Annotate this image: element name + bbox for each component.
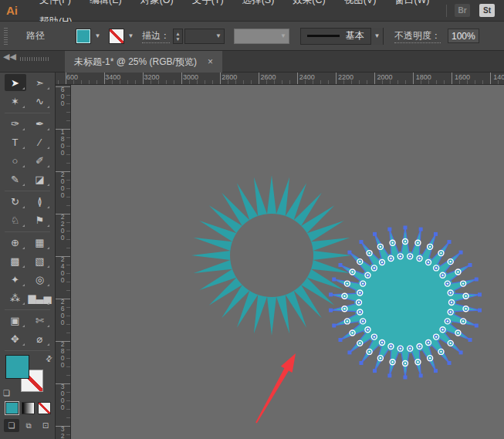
anchor-point-square[interactable] bbox=[404, 376, 408, 380]
corner-widget-dot[interactable] bbox=[400, 255, 401, 257]
combo-chevron-icon[interactable]: ▼ bbox=[215, 32, 222, 39]
symbol-sprayer-tool[interactable]: ⁂ bbox=[5, 289, 26, 306]
anchor-point-square[interactable] bbox=[387, 228, 391, 231]
zoom-tool[interactable]: ⌀ bbox=[29, 330, 51, 347]
column-graph-tool[interactable]: ▆▃▅ bbox=[29, 289, 51, 306]
corner-widget-dot[interactable] bbox=[457, 271, 458, 272]
width-tool[interactable]: ≬ bbox=[29, 193, 51, 210]
anchor-point-square[interactable] bbox=[478, 292, 482, 296]
corner-widget-dot[interactable] bbox=[351, 332, 353, 333]
anchor-point-square[interactable] bbox=[347, 350, 351, 354]
corner-widget-dot[interactable] bbox=[380, 246, 381, 248]
artboard-canvas[interactable] bbox=[71, 85, 504, 439]
anchor-point-square[interactable] bbox=[359, 361, 363, 365]
corner-widget-dot[interactable] bbox=[400, 347, 401, 349]
paintbrush-tool[interactable]: ✐ bbox=[29, 152, 51, 169]
stepper-down-icon[interactable]: ▼ bbox=[175, 36, 180, 42]
fill-indicator-swatch[interactable] bbox=[5, 355, 29, 379]
menu-item-4[interactable]: 选择(S) bbox=[233, 0, 284, 5]
corner-widget-dot[interactable] bbox=[447, 282, 448, 284]
lasso-tool[interactable]: ∿ bbox=[29, 93, 51, 110]
anchor-point-square[interactable] bbox=[459, 350, 463, 354]
anchor-point-square[interactable] bbox=[478, 309, 482, 312]
pencil-tool[interactable]: ✎ bbox=[5, 171, 26, 187]
corner-widget-dot[interactable] bbox=[462, 282, 464, 284]
pen-tool[interactable]: ✒ bbox=[29, 115, 51, 132]
corner-widget-dot[interactable] bbox=[450, 343, 452, 344]
corner-widget-dot[interactable] bbox=[390, 346, 391, 347]
corner-widget-dot[interactable] bbox=[447, 320, 448, 322]
corner-widget-dot[interactable] bbox=[368, 351, 370, 353]
direct-selection-tool[interactable]: ➣ bbox=[29, 74, 51, 91]
corner-widget-dot[interactable] bbox=[417, 242, 418, 244]
corner-widget-dot[interactable] bbox=[449, 292, 451, 293]
fill-chevron-icon[interactable]: ▼ bbox=[93, 29, 103, 44]
corner-widget-dot[interactable] bbox=[374, 267, 375, 268]
anchor-point-square[interactable] bbox=[338, 338, 342, 342]
corner-widget-dot[interactable] bbox=[359, 292, 360, 293]
document-tab[interactable]: 未标题-1* @ 25% (RGB/预览) × bbox=[65, 51, 222, 73]
brush-definition-combo[interactable]: 基本 ▼ bbox=[300, 28, 384, 45]
none-button[interactable] bbox=[38, 402, 51, 414]
corner-widget-dot[interactable] bbox=[457, 332, 458, 333]
corner-widget-dot[interactable] bbox=[367, 275, 368, 276]
tab-close-icon[interactable]: × bbox=[208, 56, 213, 67]
color-button[interactable] bbox=[5, 402, 19, 414]
rotate-tool[interactable]: ↻ bbox=[5, 193, 26, 210]
corner-widget-dot[interactable] bbox=[428, 342, 429, 343]
anchor-point-square[interactable] bbox=[329, 309, 333, 312]
default-fill-stroke-icon[interactable]: ❏ bbox=[3, 389, 10, 397]
selection-tool[interactable]: ➤ bbox=[5, 74, 26, 91]
swap-fill-stroke-icon[interactable]: ⇄ bbox=[43, 353, 54, 364]
stepper-up-icon[interactable]: ▲ bbox=[175, 31, 180, 36]
menu-item-3[interactable]: 文字(T) bbox=[183, 0, 233, 5]
stroke-chevron-icon[interactable]: ▼ bbox=[126, 29, 136, 44]
corner-widget-dot[interactable] bbox=[451, 302, 452, 303]
anchor-point-square[interactable] bbox=[359, 240, 363, 244]
corner-widget-dot[interactable] bbox=[428, 262, 429, 263]
stroke-weight-combo[interactable]: ▼ bbox=[184, 29, 225, 44]
corner-widget-dot[interactable] bbox=[381, 342, 383, 343]
type-tool[interactable]: T bbox=[5, 133, 26, 150]
ellipse-tool[interactable]: ○ bbox=[5, 152, 26, 169]
corner-widget-dot[interactable] bbox=[391, 242, 393, 244]
anchor-point-square[interactable] bbox=[448, 240, 452, 244]
anchor-point-square[interactable] bbox=[434, 369, 438, 373]
corner-widget-dot[interactable] bbox=[449, 311, 451, 312]
anchor-point-square[interactable] bbox=[373, 369, 377, 373]
corner-widget-dot[interactable] bbox=[429, 246, 431, 248]
drawing-mode-button-0[interactable]: ❏ bbox=[4, 419, 19, 432]
menu-item-1[interactable]: 编辑(E) bbox=[80, 0, 131, 5]
corner-widget-dot[interactable] bbox=[380, 357, 381, 359]
anchor-point-square[interactable] bbox=[468, 263, 472, 267]
stroke-weight-label[interactable]: 描边： bbox=[142, 29, 170, 43]
menu-item-0[interactable]: 文件(F) bbox=[30, 0, 80, 5]
bridge-button[interactable]: Br bbox=[455, 4, 470, 17]
free-transform-tool[interactable]: ⚑ bbox=[29, 211, 51, 228]
corner-widget-dot[interactable] bbox=[418, 346, 420, 347]
drawing-mode-button-1[interactable]: ⧉ bbox=[21, 419, 36, 432]
stock-button[interactable]: St bbox=[479, 4, 495, 17]
corner-widget-dot[interactable] bbox=[358, 302, 360, 303]
corner-widget-dot[interactable] bbox=[347, 320, 348, 322]
hand-tool[interactable]: ✥ bbox=[5, 330, 26, 347]
corner-widget-dot[interactable] bbox=[417, 361, 418, 363]
corner-widget-dot[interactable] bbox=[374, 336, 375, 337]
corner-widget-dot[interactable] bbox=[347, 282, 348, 284]
opacity-value-field[interactable]: 100% bbox=[448, 29, 479, 43]
corner-widget-dot[interactable] bbox=[435, 336, 437, 337]
corner-widget-dot[interactable] bbox=[440, 351, 441, 353]
corner-widget-dot[interactable] bbox=[441, 329, 443, 330]
anchor-point-square[interactable] bbox=[419, 373, 423, 377]
artboard-tool[interactable]: ▣ bbox=[5, 312, 26, 329]
line-segment-tool[interactable]: ∕ bbox=[29, 133, 51, 150]
eraser-tool[interactable]: ◪ bbox=[29, 171, 51, 187]
corner-widget-dot[interactable] bbox=[450, 261, 452, 262]
anchor-point-square[interactable] bbox=[419, 228, 423, 231]
corner-widget-dot[interactable] bbox=[404, 363, 406, 364]
tool-panel-grip[interactable] bbox=[20, 57, 49, 61]
corner-widget-dot[interactable] bbox=[465, 295, 466, 297]
corner-widget-dot[interactable] bbox=[362, 320, 364, 322]
corner-widget-dot[interactable] bbox=[381, 262, 383, 263]
corner-widget-dot[interactable] bbox=[343, 295, 345, 297]
